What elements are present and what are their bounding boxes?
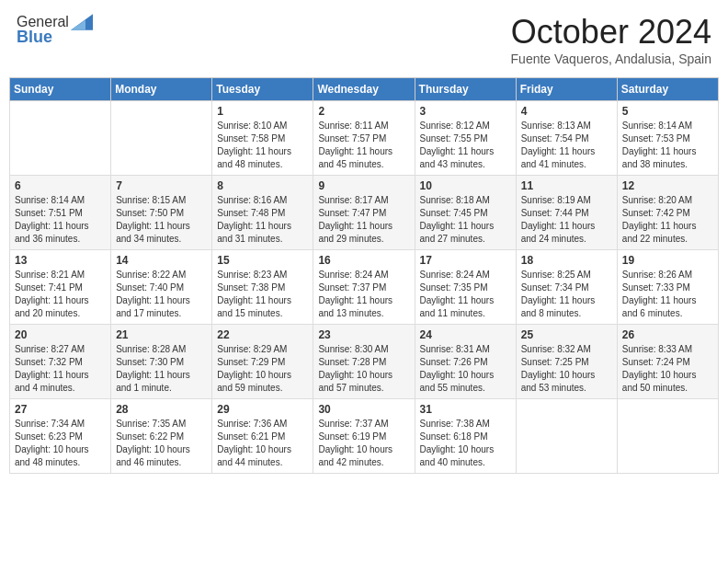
day-info: Sunrise: 8:11 AMSunset: 7:57 PMDaylight:…: [318, 120, 409, 171]
day-info: Sunrise: 8:15 AMSunset: 7:50 PMDaylight:…: [116, 194, 207, 246]
day-number: 25: [521, 328, 612, 341]
day-info: Sunrise: 7:36 AMSunset: 6:21 PMDaylight:…: [217, 418, 308, 469]
calendar-cell: 29Sunrise: 7:36 AMSunset: 6:21 PMDayligh…: [212, 399, 313, 474]
day-number: 24: [420, 328, 511, 341]
day-info: Sunrise: 8:13 AMSunset: 7:54 PMDaylight:…: [521, 120, 612, 171]
calendar-header-thursday: Thursday: [415, 78, 516, 101]
day-info: Sunrise: 8:14 AMSunset: 7:51 PMDaylight:…: [15, 194, 106, 246]
calendar-cell: 24Sunrise: 8:31 AMSunset: 7:26 PMDayligh…: [415, 325, 516, 399]
calendar-cell: 15Sunrise: 8:23 AMSunset: 7:38 PMDayligh…: [212, 250, 313, 325]
day-info: Sunrise: 8:27 AMSunset: 7:32 PMDaylight:…: [15, 343, 106, 395]
day-number: 4: [521, 105, 612, 118]
day-number: 18: [521, 254, 612, 267]
day-number: 21: [116, 328, 207, 341]
calendar-week-3: 13Sunrise: 8:21 AMSunset: 7:41 PMDayligh…: [10, 250, 719, 325]
location-subtitle: Fuente Vaqueros, Andalusia, Spain: [511, 52, 711, 66]
day-number: 17: [420, 254, 511, 267]
calendar-header-monday: Monday: [111, 78, 212, 101]
day-info: Sunrise: 8:25 AMSunset: 7:34 PMDaylight:…: [521, 269, 612, 320]
day-number: 15: [217, 254, 308, 267]
day-info: Sunrise: 7:37 AMSunset: 6:19 PMDaylight:…: [318, 418, 409, 469]
calendar-cell: 31Sunrise: 7:38 AMSunset: 6:18 PMDayligh…: [415, 399, 516, 474]
title-block: October 2024 Fuente Vaqueros, Andalusia,…: [511, 13, 711, 66]
calendar-header-row: SundayMondayTuesdayWednesdayThursdayFrid…: [10, 78, 719, 101]
day-number: 26: [622, 328, 713, 341]
day-info: Sunrise: 8:26 AMSunset: 7:33 PMDaylight:…: [622, 269, 713, 320]
day-number: 2: [318, 105, 409, 118]
calendar-cell: 2Sunrise: 8:11 AMSunset: 7:57 PMDaylight…: [313, 101, 415, 176]
calendar-header-saturday: Saturday: [617, 78, 718, 101]
calendar-cell: 16Sunrise: 8:24 AMSunset: 7:37 PMDayligh…: [313, 250, 415, 325]
logo-icon: [71, 13, 93, 31]
day-number: 20: [15, 328, 106, 341]
day-info: Sunrise: 8:18 AMSunset: 7:45 PMDaylight:…: [420, 194, 511, 246]
day-info: Sunrise: 8:31 AMSunset: 7:26 PMDaylight:…: [420, 343, 511, 395]
day-number: 23: [318, 328, 409, 341]
calendar-cell: 4Sunrise: 8:13 AMSunset: 7:54 PMDaylight…: [516, 101, 617, 176]
day-number: 11: [521, 179, 612, 192]
calendar-cell: 1Sunrise: 8:10 AMSunset: 7:58 PMDaylight…: [212, 101, 313, 176]
calendar-cell: 5Sunrise: 8:14 AMSunset: 7:53 PMDaylight…: [617, 101, 718, 176]
day-info: Sunrise: 7:38 AMSunset: 6:18 PMDaylight:…: [420, 418, 511, 469]
calendar-table: SundayMondayTuesdayWednesdayThursdayFrid…: [9, 77, 719, 474]
day-info: Sunrise: 8:17 AMSunset: 7:47 PMDaylight:…: [318, 194, 409, 246]
calendar-cell: 9Sunrise: 8:17 AMSunset: 7:47 PMDaylight…: [313, 176, 415, 250]
page-header: General Blue October 2024 Fuente Vaquero…: [9, 9, 719, 70]
day-info: Sunrise: 8:24 AMSunset: 7:37 PMDaylight:…: [318, 269, 409, 320]
day-number: 6: [15, 179, 106, 192]
day-info: Sunrise: 8:14 AMSunset: 7:53 PMDaylight:…: [622, 120, 713, 171]
day-number: 7: [116, 179, 207, 192]
day-info: Sunrise: 8:20 AMSunset: 7:42 PMDaylight:…: [622, 194, 713, 246]
day-info: Sunrise: 8:22 AMSunset: 7:40 PMDaylight:…: [116, 269, 207, 320]
calendar-cell: [617, 399, 718, 474]
day-info: Sunrise: 7:34 AMSunset: 6:23 PMDaylight:…: [15, 418, 106, 469]
calendar-cell: 18Sunrise: 8:25 AMSunset: 7:34 PMDayligh…: [516, 250, 617, 325]
calendar-week-1: 1Sunrise: 8:10 AMSunset: 7:58 PMDaylight…: [10, 101, 719, 176]
month-title: October 2024: [511, 13, 711, 52]
day-info: Sunrise: 8:24 AMSunset: 7:35 PMDaylight:…: [420, 269, 511, 320]
calendar-cell: 14Sunrise: 8:22 AMSunset: 7:40 PMDayligh…: [111, 250, 212, 325]
calendar-week-2: 6Sunrise: 8:14 AMSunset: 7:51 PMDaylight…: [10, 176, 719, 250]
calendar-cell: 23Sunrise: 8:30 AMSunset: 7:28 PMDayligh…: [313, 325, 415, 399]
day-number: 13: [15, 254, 106, 267]
day-number: 14: [116, 254, 207, 267]
calendar-header-wednesday: Wednesday: [313, 78, 415, 101]
calendar-cell: 8Sunrise: 8:16 AMSunset: 7:48 PMDaylight…: [212, 176, 313, 250]
calendar-cell: 20Sunrise: 8:27 AMSunset: 7:32 PMDayligh…: [10, 325, 111, 399]
calendar-cell: 6Sunrise: 8:14 AMSunset: 7:51 PMDaylight…: [10, 176, 111, 250]
calendar-cell: 27Sunrise: 7:34 AMSunset: 6:23 PMDayligh…: [10, 399, 111, 474]
day-info: Sunrise: 8:23 AMSunset: 7:38 PMDaylight:…: [217, 269, 308, 320]
day-number: 3: [420, 105, 511, 118]
day-number: 29: [217, 403, 308, 416]
day-info: Sunrise: 8:10 AMSunset: 7:58 PMDaylight:…: [217, 120, 308, 171]
calendar-cell: [111, 101, 212, 176]
day-number: 5: [622, 105, 713, 118]
calendar-week-4: 20Sunrise: 8:27 AMSunset: 7:32 PMDayligh…: [10, 325, 719, 399]
calendar-week-5: 27Sunrise: 7:34 AMSunset: 6:23 PMDayligh…: [10, 399, 719, 474]
calendar-cell: 13Sunrise: 8:21 AMSunset: 7:41 PMDayligh…: [10, 250, 111, 325]
calendar-cell: 12Sunrise: 8:20 AMSunset: 7:42 PMDayligh…: [617, 176, 718, 250]
day-info: Sunrise: 8:19 AMSunset: 7:44 PMDaylight:…: [521, 194, 612, 246]
day-info: Sunrise: 8:33 AMSunset: 7:24 PMDaylight:…: [622, 343, 713, 395]
calendar-cell: 22Sunrise: 8:29 AMSunset: 7:29 PMDayligh…: [212, 325, 313, 399]
calendar-header-sunday: Sunday: [10, 78, 111, 101]
day-info: Sunrise: 7:35 AMSunset: 6:22 PMDaylight:…: [116, 418, 207, 469]
day-number: 31: [420, 403, 511, 416]
day-number: 28: [116, 403, 207, 416]
day-number: 19: [622, 254, 713, 267]
calendar-cell: 21Sunrise: 8:28 AMSunset: 7:30 PMDayligh…: [111, 325, 212, 399]
day-info: Sunrise: 8:29 AMSunset: 7:29 PMDaylight:…: [217, 343, 308, 395]
calendar-cell: 7Sunrise: 8:15 AMSunset: 7:50 PMDaylight…: [111, 176, 212, 250]
calendar-cell: 30Sunrise: 7:37 AMSunset: 6:19 PMDayligh…: [313, 399, 415, 474]
day-number: 16: [318, 254, 409, 267]
day-number: 8: [217, 179, 308, 192]
day-info: Sunrise: 8:32 AMSunset: 7:25 PMDaylight:…: [521, 343, 612, 395]
calendar-cell: 10Sunrise: 8:18 AMSunset: 7:45 PMDayligh…: [415, 176, 516, 250]
day-number: 12: [622, 179, 713, 192]
calendar-header-friday: Friday: [516, 78, 617, 101]
calendar-header-tuesday: Tuesday: [212, 78, 313, 101]
calendar-cell: 25Sunrise: 8:32 AMSunset: 7:25 PMDayligh…: [516, 325, 617, 399]
calendar-cell: 3Sunrise: 8:12 AMSunset: 7:55 PMDaylight…: [415, 101, 516, 176]
calendar-cell: 19Sunrise: 8:26 AMSunset: 7:33 PMDayligh…: [617, 250, 718, 325]
logo: General Blue: [17, 13, 93, 47]
